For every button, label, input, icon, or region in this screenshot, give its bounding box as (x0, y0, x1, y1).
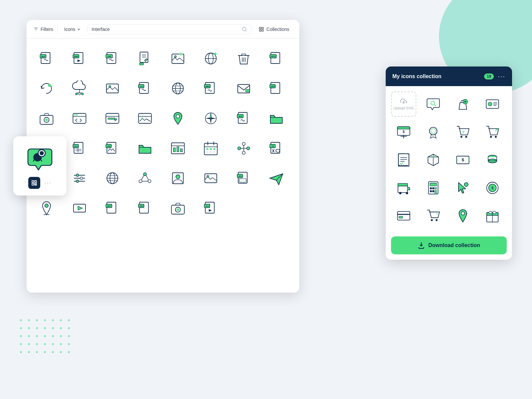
icon-refresh[interactable] (33, 75, 60, 102)
search-input[interactable] (92, 27, 239, 32)
icon-video-play[interactable] (66, 195, 93, 221)
collections-icon (259, 27, 264, 32)
icon-cloud-network[interactable] (66, 75, 93, 102)
icon-mp4[interactable]: .MP4 (99, 195, 126, 221)
icon-image2[interactable] (198, 165, 224, 192)
svg-rect-206 (430, 183, 437, 186)
collection-icon-location[interactable] (450, 203, 475, 228)
icon-user-profile[interactable] (165, 165, 191, 192)
collection-icon-calculator[interactable] (421, 175, 446, 200)
icon-m4a[interactable]: .M4A (230, 105, 257, 132)
icon-document-edit[interactable] (132, 45, 158, 72)
svg-point-36 (48, 84, 51, 87)
collection-icon-price-display[interactable]: $ (391, 119, 416, 145)
icon-location-pin2[interactable] (33, 195, 60, 221)
svg-line-132 (146, 175, 149, 180)
collections-button[interactable]: Collections (255, 25, 293, 34)
icons-dropdown[interactable]: Icons (62, 25, 83, 33)
icon-browser-edit[interactable] (99, 105, 126, 132)
collection-icon-award[interactable] (421, 119, 446, 145)
collection-icon-dollar-exchange[interactable]: $ (450, 147, 475, 173)
icon-aac[interactable]: .AAC (132, 75, 158, 102)
svg-text:.MP4: .MP4 (107, 205, 111, 207)
svg-text:.WMV: .WMV (73, 56, 78, 58)
icon-controls[interactable] (66, 165, 93, 192)
collection-icon-chat-search[interactable] (421, 91, 446, 117)
add-to-collection-button[interactable] (28, 177, 40, 189)
icon-wma[interactable]: .WMA (198, 75, 224, 102)
svg-text:.ODP: .ODP (271, 85, 275, 87)
icon-email[interactable] (230, 75, 257, 102)
collection-icon-dollar-circle[interactable]: $ (480, 175, 505, 200)
icon-camera[interactable] (33, 105, 60, 132)
collection-more-button[interactable]: ··· (498, 72, 505, 80)
collection-icon-cart-arrow[interactable] (480, 119, 505, 145)
more-options-button[interactable]: ··· (44, 180, 51, 187)
icon-network-flow[interactable] (230, 135, 257, 162)
collection-icon-cart-checkout[interactable] (421, 203, 446, 228)
collection-icon-delivery[interactable] (391, 175, 416, 200)
icon-folder-green[interactable] (132, 135, 158, 162)
icon-globe2[interactable] (165, 75, 191, 102)
icon-camera2[interactable] (165, 195, 191, 221)
download-icon (418, 242, 425, 249)
icon-trash[interactable] (230, 45, 257, 72)
download-collection-button[interactable]: Download collection (391, 236, 507, 254)
collection-panel: My icons collection 19 ··· Upload SVG (386, 66, 512, 260)
icon-wav[interactable]: .WAV (33, 45, 60, 72)
icon-email-send[interactable] (263, 165, 290, 192)
svg-text:$: $ (491, 186, 493, 190)
search-bar (87, 24, 251, 34)
icon-jpg2[interactable]: .JPG (230, 165, 257, 192)
icon-jpg[interactable]: .JPG (99, 135, 126, 162)
icon-psd[interactable]: .PSD (132, 195, 158, 221)
icon-star-compass[interactable] (198, 105, 224, 132)
icon-odp[interactable]: .ODP (263, 75, 290, 102)
icon-aiff[interactable]: .AIFF (99, 45, 126, 72)
collection-icon-gift[interactable] (480, 203, 505, 228)
collection-icon-package[interactable] (421, 147, 446, 173)
collection-icon-cart[interactable] (450, 119, 475, 145)
collection-header: My icons collection 19 ··· (386, 66, 512, 86)
upload-svg-button[interactable]: Upload SVG (391, 91, 416, 117)
svg-point-40 (78, 93, 80, 95)
icon-dashboard-chart[interactable] (165, 135, 191, 162)
collection-count: 19 (484, 73, 494, 79)
browser-window: Filters Icons Collections .WAV (27, 20, 299, 293)
collection-icon-shopping-add[interactable] (450, 91, 475, 117)
svg-point-187 (465, 136, 467, 138)
icon-pptx[interactable]: .PPTX (263, 45, 290, 72)
svg-rect-5 (259, 27, 261, 29)
icon-image[interactable] (99, 75, 126, 102)
icon-globe[interactable] (198, 45, 224, 72)
floating-icon-card: ··· (13, 136, 66, 196)
svg-point-73 (176, 115, 180, 118)
collection-icon-id-card[interactable] (480, 91, 505, 117)
icon-calendar[interactable] (198, 135, 224, 162)
icon-location-pin[interactable] (165, 105, 191, 132)
svg-rect-100 (206, 148, 208, 150)
collection-icon-credit-card[interactable] (391, 203, 416, 228)
icon-flv[interactable]: .FLV (198, 195, 224, 221)
search-icon (242, 27, 247, 32)
icon-xd-file[interactable]: .XD (263, 135, 290, 162)
icon-network-nodes[interactable] (132, 165, 158, 192)
svg-rect-162 (32, 181, 34, 182)
icon-wmv[interactable]: .WMV (66, 45, 93, 72)
icon-image-upload[interactable] (165, 45, 191, 72)
svg-text:.XD: .XD (271, 145, 274, 147)
icon-xls[interactable]: .XLS (66, 135, 93, 162)
icon-folder-open[interactable] (263, 105, 290, 132)
svg-text:.JPG: .JPG (106, 145, 110, 147)
icon-browser-image[interactable] (132, 105, 158, 132)
icon-window-code[interactable] (66, 105, 93, 132)
filters-button[interactable]: Filters (33, 27, 53, 32)
svg-point-129 (139, 180, 142, 183)
collection-icon-cursor[interactable] (450, 175, 475, 200)
collection-icon-receipt[interactable] (391, 147, 416, 173)
svg-rect-101 (210, 148, 212, 150)
svg-rect-164 (32, 184, 34, 185)
icon-globe3[interactable] (99, 165, 126, 192)
collection-icon-coins[interactable] (480, 147, 505, 173)
svg-point-143 (45, 204, 49, 207)
